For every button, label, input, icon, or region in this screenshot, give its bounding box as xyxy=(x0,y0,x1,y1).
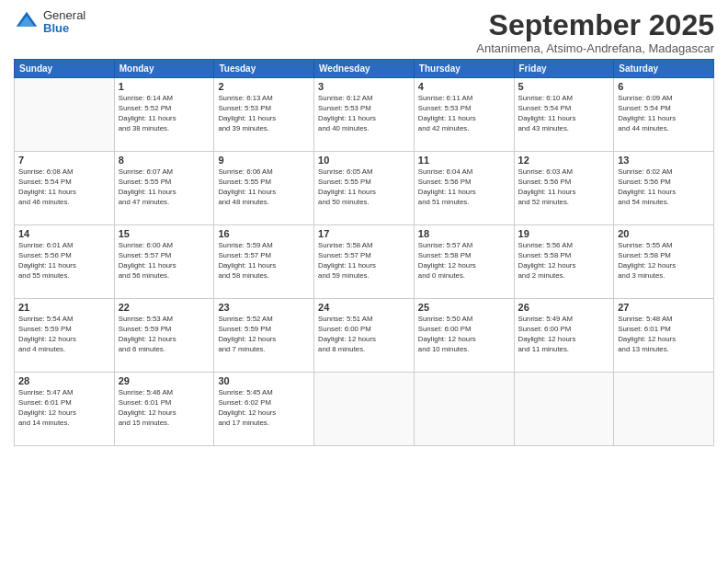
day-info: Sunrise: 5:59 AM Sunset: 5:57 PM Dayligh… xyxy=(218,241,310,282)
calendar-cell: 27Sunrise: 5:48 AM Sunset: 6:01 PM Dayli… xyxy=(614,299,714,373)
day-number: 11 xyxy=(418,155,510,166)
calendar-cell: 17Sunrise: 5:58 AM Sunset: 5:57 PM Dayli… xyxy=(314,225,415,299)
header-thursday: Thursday xyxy=(414,60,514,78)
day-info: Sunrise: 5:47 AM Sunset: 6:01 PM Dayligh… xyxy=(18,388,110,429)
title-block: September 2025 Antanimena, Atsimo-Andref… xyxy=(476,9,714,55)
day-number: 29 xyxy=(119,375,210,386)
header-monday: Monday xyxy=(114,60,214,78)
calendar-cell: 23Sunrise: 5:52 AM Sunset: 5:59 PM Dayli… xyxy=(214,299,314,373)
day-info: Sunrise: 5:56 AM Sunset: 5:58 PM Dayligh… xyxy=(518,241,610,282)
day-info: Sunrise: 5:54 AM Sunset: 5:59 PM Dayligh… xyxy=(18,315,110,355)
day-info: Sunrise: 5:49 AM Sunset: 6:00 PM Dayligh… xyxy=(518,315,610,355)
calendar-week-5: 28Sunrise: 5:47 AM Sunset: 6:01 PM Dayli… xyxy=(15,373,714,446)
day-number: 20 xyxy=(618,228,710,239)
calendar-cell: 7Sunrise: 6:08 AM Sunset: 5:54 PM Daylig… xyxy=(15,152,115,225)
day-info: Sunrise: 6:10 AM Sunset: 5:54 PM Dayligh… xyxy=(518,94,610,134)
calendar-cell xyxy=(414,373,514,446)
weekday-header-row: Sunday Monday Tuesday Wednesday Thursday… xyxy=(15,60,714,78)
day-info: Sunrise: 6:06 AM Sunset: 5:55 PM Dayligh… xyxy=(218,167,310,208)
day-number: 10 xyxy=(318,155,410,166)
calendar-cell: 6Sunrise: 6:09 AM Sunset: 5:54 PM Daylig… xyxy=(614,78,714,152)
day-info: Sunrise: 5:55 AM Sunset: 5:58 PM Dayligh… xyxy=(618,241,710,282)
day-info: Sunrise: 6:09 AM Sunset: 5:54 PM Dayligh… xyxy=(618,94,710,134)
day-info: Sunrise: 6:02 AM Sunset: 5:56 PM Dayligh… xyxy=(618,167,710,208)
header-sunday: Sunday xyxy=(15,60,115,78)
day-number: 15 xyxy=(119,228,210,239)
calendar-cell: 30Sunrise: 5:45 AM Sunset: 6:02 PM Dayli… xyxy=(214,373,314,446)
day-info: Sunrise: 5:50 AM Sunset: 6:00 PM Dayligh… xyxy=(418,315,510,355)
logo: General Blue xyxy=(14,9,85,36)
calendar-cell: 13Sunrise: 6:02 AM Sunset: 5:56 PM Dayli… xyxy=(614,152,714,225)
calendar-cell: 29Sunrise: 5:46 AM Sunset: 6:01 PM Dayli… xyxy=(114,373,214,446)
day-number: 17 xyxy=(318,228,410,239)
calendar-cell xyxy=(614,373,714,446)
day-number: 2 xyxy=(218,81,310,92)
calendar-cell: 26Sunrise: 5:49 AM Sunset: 6:00 PM Dayli… xyxy=(514,299,614,373)
day-number: 5 xyxy=(518,81,610,92)
day-number: 4 xyxy=(418,81,510,92)
day-number: 30 xyxy=(218,375,310,386)
calendar-cell: 9Sunrise: 6:06 AM Sunset: 5:55 PM Daylig… xyxy=(214,152,314,225)
calendar-cell: 12Sunrise: 6:03 AM Sunset: 5:56 PM Dayli… xyxy=(514,152,614,225)
day-info: Sunrise: 5:48 AM Sunset: 6:01 PM Dayligh… xyxy=(618,315,710,355)
calendar-cell: 19Sunrise: 5:56 AM Sunset: 5:58 PM Dayli… xyxy=(514,225,614,299)
day-number: 23 xyxy=(218,302,310,313)
header: General Blue September 2025 Antanimena, … xyxy=(14,9,714,55)
calendar-cell: 25Sunrise: 5:50 AM Sunset: 6:00 PM Dayli… xyxy=(414,299,514,373)
calendar-subtitle: Antanimena, Atsimo-Andrefana, Madagascar xyxy=(476,41,714,55)
header-tuesday: Tuesday xyxy=(214,60,314,78)
day-info: Sunrise: 6:05 AM Sunset: 5:55 PM Dayligh… xyxy=(318,167,410,208)
day-number: 3 xyxy=(318,81,410,92)
calendar-cell xyxy=(15,78,115,152)
calendar-cell: 22Sunrise: 5:53 AM Sunset: 5:59 PM Dayli… xyxy=(114,299,214,373)
day-number: 1 xyxy=(119,81,210,92)
day-number: 14 xyxy=(18,228,110,239)
logo-blue-label: Blue xyxy=(43,22,85,35)
day-info: Sunrise: 6:01 AM Sunset: 5:56 PM Dayligh… xyxy=(18,241,110,282)
day-info: Sunrise: 6:08 AM Sunset: 5:54 PM Dayligh… xyxy=(18,167,110,208)
day-number: 13 xyxy=(618,155,710,166)
day-number: 9 xyxy=(218,155,310,166)
calendar-body: 1Sunrise: 6:14 AM Sunset: 5:52 PM Daylig… xyxy=(15,78,714,446)
page: General Blue September 2025 Antanimena, … xyxy=(0,0,728,563)
day-number: 12 xyxy=(518,155,610,166)
calendar-week-3: 14Sunrise: 6:01 AM Sunset: 5:56 PM Dayli… xyxy=(15,225,714,299)
calendar-cell: 4Sunrise: 6:11 AM Sunset: 5:53 PM Daylig… xyxy=(414,78,514,152)
day-number: 21 xyxy=(18,302,110,313)
calendar-cell: 14Sunrise: 6:01 AM Sunset: 5:56 PM Dayli… xyxy=(15,225,115,299)
day-info: Sunrise: 5:58 AM Sunset: 5:57 PM Dayligh… xyxy=(318,241,410,282)
day-info: Sunrise: 6:07 AM Sunset: 5:55 PM Dayligh… xyxy=(119,167,210,208)
calendar-cell: 11Sunrise: 6:04 AM Sunset: 5:56 PM Dayli… xyxy=(414,152,514,225)
day-info: Sunrise: 6:11 AM Sunset: 5:53 PM Dayligh… xyxy=(418,94,510,134)
day-info: Sunrise: 6:12 AM Sunset: 5:53 PM Dayligh… xyxy=(318,94,410,134)
day-number: 7 xyxy=(18,155,110,166)
header-wednesday: Wednesday xyxy=(314,60,415,78)
header-saturday: Saturday xyxy=(614,60,714,78)
calendar-week-4: 21Sunrise: 5:54 AM Sunset: 5:59 PM Dayli… xyxy=(15,299,714,373)
day-number: 16 xyxy=(218,228,310,239)
calendar-cell: 15Sunrise: 6:00 AM Sunset: 5:57 PM Dayli… xyxy=(114,225,214,299)
calendar-cell: 21Sunrise: 5:54 AM Sunset: 5:59 PM Dayli… xyxy=(15,299,115,373)
day-number: 8 xyxy=(119,155,210,166)
logo-general-label: General xyxy=(43,9,85,22)
calendar-cell: 28Sunrise: 5:47 AM Sunset: 6:01 PM Dayli… xyxy=(15,373,115,446)
day-info: Sunrise: 6:14 AM Sunset: 5:52 PM Dayligh… xyxy=(119,94,210,134)
day-info: Sunrise: 5:46 AM Sunset: 6:01 PM Dayligh… xyxy=(119,388,210,429)
calendar-week-1: 1Sunrise: 6:14 AM Sunset: 5:52 PM Daylig… xyxy=(15,78,714,152)
day-info: Sunrise: 5:52 AM Sunset: 5:59 PM Dayligh… xyxy=(218,315,310,355)
calendar-cell xyxy=(314,373,415,446)
calendar-cell: 5Sunrise: 6:10 AM Sunset: 5:54 PM Daylig… xyxy=(514,78,614,152)
calendar-cell: 16Sunrise: 5:59 AM Sunset: 5:57 PM Dayli… xyxy=(214,225,314,299)
day-number: 27 xyxy=(618,302,710,313)
header-friday: Friday xyxy=(514,60,614,78)
calendar-cell: 8Sunrise: 6:07 AM Sunset: 5:55 PM Daylig… xyxy=(114,152,214,225)
logo-icon xyxy=(14,9,40,35)
calendar-cell: 1Sunrise: 6:14 AM Sunset: 5:52 PM Daylig… xyxy=(114,78,214,152)
day-number: 26 xyxy=(518,302,610,313)
day-info: Sunrise: 5:51 AM Sunset: 6:00 PM Dayligh… xyxy=(318,315,410,355)
calendar-cell: 20Sunrise: 5:55 AM Sunset: 5:58 PM Dayli… xyxy=(614,225,714,299)
calendar-title: September 2025 xyxy=(476,9,714,41)
day-info: Sunrise: 5:45 AM Sunset: 6:02 PM Dayligh… xyxy=(218,388,310,429)
day-number: 6 xyxy=(618,81,710,92)
calendar-cell: 10Sunrise: 6:05 AM Sunset: 5:55 PM Dayli… xyxy=(314,152,415,225)
